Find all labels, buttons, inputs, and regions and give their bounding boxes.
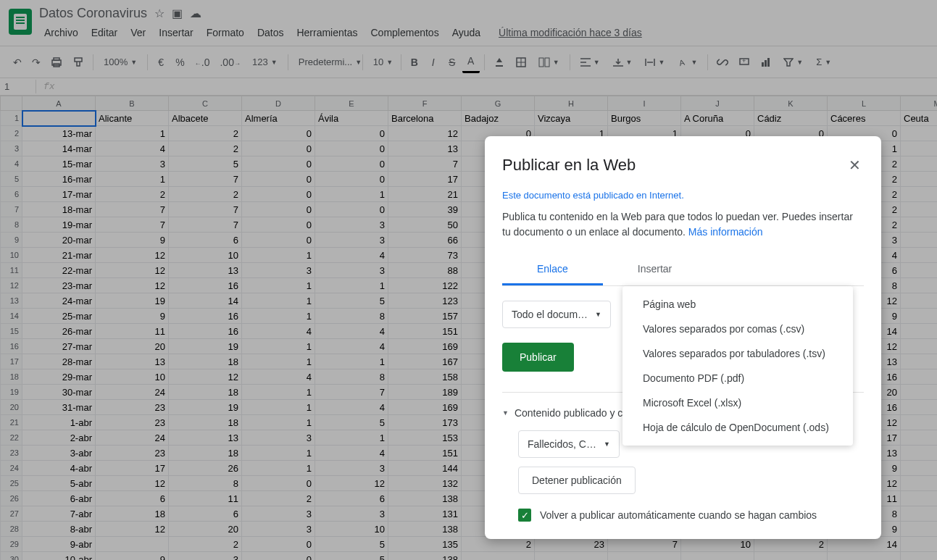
republish-label: Volver a publicar automáticamente cuando… bbox=[540, 509, 817, 521]
document-select[interactable]: Todo el documen…▼ bbox=[502, 301, 611, 328]
more-info-link[interactable]: Más información bbox=[688, 226, 763, 238]
sheets-select[interactable]: Fallecidos, Casos…▼ bbox=[518, 430, 620, 458]
tab-link[interactable]: Enlace bbox=[502, 254, 603, 285]
format-option[interactable]: Microsoft Excel (.xlsx) bbox=[622, 390, 853, 415]
format-dropdown-menu: Página webValores separados por comas (.… bbox=[622, 286, 853, 446]
republish-checkbox[interactable]: ✓ bbox=[518, 509, 531, 522]
format-option[interactable]: Documento PDF (.pdf) bbox=[622, 366, 853, 390]
chevron-down-icon: ▼ bbox=[604, 440, 610, 448]
publish-button[interactable]: Publicar bbox=[502, 343, 574, 372]
tab-insert[interactable]: Insertar bbox=[603, 254, 707, 285]
stop-publish-button[interactable]: Detener publicación bbox=[518, 467, 636, 494]
dialog-description: Publica tu contenido en la Web para que … bbox=[502, 209, 864, 240]
format-option[interactable]: Valores separados por comas (.csv) bbox=[622, 317, 853, 341]
triangle-down-icon: ▼ bbox=[502, 409, 509, 417]
chevron-down-icon: ▼ bbox=[595, 311, 601, 318]
format-option[interactable]: Hoja de cálculo de OpenDocument (.ods) bbox=[622, 415, 853, 440]
published-notice-link[interactable]: Este documento está publicado en Interne… bbox=[502, 190, 864, 201]
format-option[interactable]: Página web bbox=[622, 292, 853, 317]
format-option[interactable]: Valores separados por tabuladores (.tsv) bbox=[622, 341, 853, 366]
close-icon[interactable]: ✕ bbox=[846, 154, 864, 177]
dialog-title: Publicar en la Web bbox=[502, 156, 636, 175]
